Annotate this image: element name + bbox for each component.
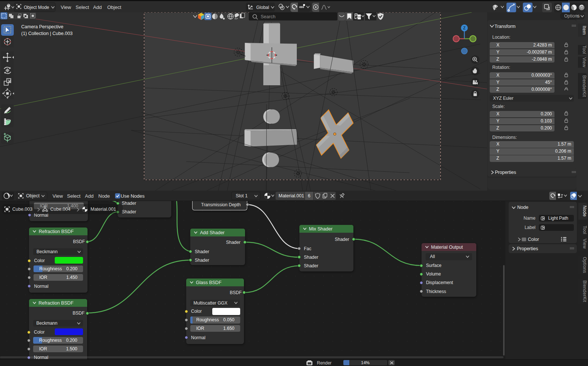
svg-text:Z: Z bbox=[463, 26, 466, 30]
svg-text:Search: Search bbox=[261, 14, 276, 19]
